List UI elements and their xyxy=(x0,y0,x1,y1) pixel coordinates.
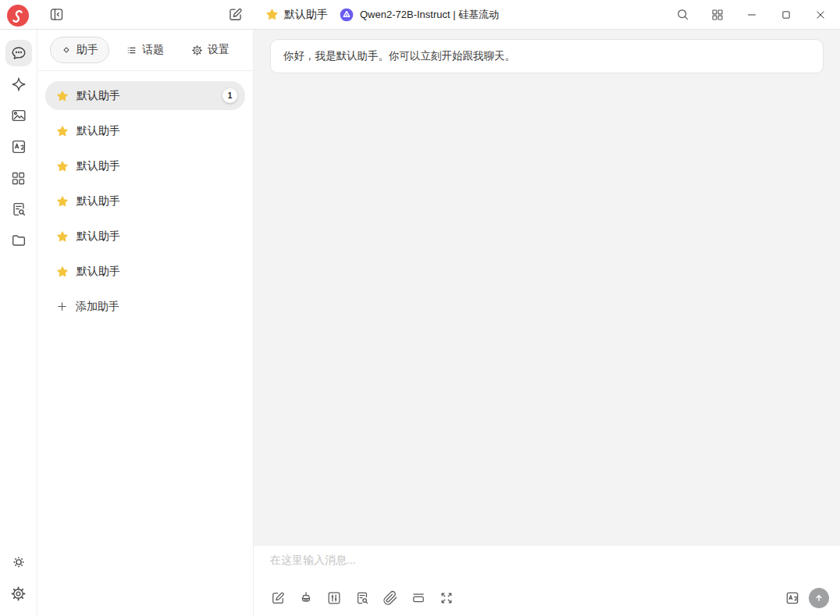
tab-topics-label: 话题 xyxy=(142,43,164,57)
clear-context-button[interactable] xyxy=(411,590,426,606)
titlebar: 默认助手 Qwen2-72B-Instruct | 硅基流动 xyxy=(0,0,840,30)
list-icon xyxy=(126,45,137,56)
expand-icon xyxy=(439,590,454,606)
model-label: Qwen2-72B-Instruct | 硅基流动 xyxy=(360,8,499,22)
assistant-item-label: 默认助手 xyxy=(77,265,120,279)
titlebar-center: 默认助手 Qwen2-72B-Instruct | 硅基流动 xyxy=(265,7,499,23)
input-tools-right xyxy=(785,588,829,608)
assistant-item[interactable]: 默认助手 xyxy=(45,151,245,180)
attach-file-button[interactable] xyxy=(383,590,398,606)
grid-icon xyxy=(710,8,724,22)
star-icon xyxy=(56,90,69,102)
star-icon xyxy=(56,230,69,243)
knowledge-base-button[interactable] xyxy=(354,590,370,606)
sliders-icon xyxy=(326,590,342,606)
nav-files-button[interactable] xyxy=(5,227,32,254)
assistant-item[interactable]: 默认助手 xyxy=(45,222,245,251)
nav-chat-button[interactable] xyxy=(5,40,32,66)
gear-icon xyxy=(191,45,203,56)
translate-icon xyxy=(10,138,27,155)
nav-knowledge-button[interactable] xyxy=(5,196,32,223)
diamond-icon xyxy=(61,45,72,55)
new-topic-tool-button[interactable] xyxy=(270,590,286,606)
current-assistant[interactable]: 默认助手 xyxy=(265,8,328,22)
file-search-icon xyxy=(354,590,370,606)
titlebar-right xyxy=(675,7,840,22)
minimize-icon xyxy=(745,8,759,22)
arrow-up-icon xyxy=(813,592,825,604)
tab-settings-label: 设置 xyxy=(208,43,230,57)
paperclip-icon xyxy=(383,590,398,606)
tab-assistants-label: 助手 xyxy=(77,43,98,57)
add-assistant-label: 添加助手 xyxy=(76,300,119,314)
tab-assistants[interactable]: 助手 xyxy=(50,37,109,63)
apps-grid-icon xyxy=(10,170,27,187)
greeting-wrap: 你好，我是默认助手。你可以立刻开始跟我聊天。 xyxy=(254,30,840,73)
clear-context-icon xyxy=(411,590,426,606)
model-selector[interactable]: Qwen2-72B-Instruct | 硅基流动 xyxy=(339,7,499,23)
nav-paintings-button[interactable] xyxy=(5,102,32,129)
assistant-item[interactable]: 默认助手 xyxy=(45,187,245,215)
chat-main: 你好，我是默认助手。你可以立刻开始跟我聊天。 xyxy=(254,30,840,616)
star-icon xyxy=(56,265,69,278)
search-icon xyxy=(675,7,690,22)
nav-translate-button[interactable] xyxy=(5,134,32,160)
search-button[interactable] xyxy=(675,7,690,22)
assistant-item-label: 默认助手 xyxy=(77,124,120,138)
star-icon xyxy=(56,195,69,208)
file-search-icon xyxy=(10,201,27,218)
window-minimize-button[interactable] xyxy=(745,8,759,22)
add-assistant-button[interactable]: 添加助手 xyxy=(45,292,245,321)
image-icon xyxy=(10,107,27,124)
translate-input-button[interactable] xyxy=(785,590,800,606)
panel-tabs: 助手 话题 设置 xyxy=(37,30,253,71)
mini-apps-button[interactable] xyxy=(710,8,724,22)
close-icon xyxy=(813,8,828,22)
star-icon xyxy=(56,160,69,173)
assistant-item-label: 默认助手 xyxy=(77,230,120,244)
nav-agents-button[interactable] xyxy=(5,71,32,98)
new-topic-button[interactable] xyxy=(227,6,244,23)
assistant-item-selected[interactable]: 默认助手 1 xyxy=(45,81,245,110)
star-icon xyxy=(56,125,69,137)
input-tools-left xyxy=(270,590,454,606)
sparkle-icon xyxy=(10,76,27,93)
assistant-greeting-message: 你好，我是默认助手。你可以立刻开始跟我聊天。 xyxy=(270,39,824,73)
model-provider-icon xyxy=(339,7,354,23)
maximize-icon xyxy=(779,8,793,22)
settings-button[interactable] xyxy=(5,580,32,607)
plus-icon xyxy=(56,301,68,312)
current-assistant-label: 默认助手 xyxy=(284,8,328,22)
translate-icon xyxy=(785,590,800,606)
edit-square-icon xyxy=(270,590,286,606)
input-toolbar xyxy=(270,588,829,608)
star-icon xyxy=(265,8,279,21)
message-input[interactable] xyxy=(270,554,829,585)
assistant-item-label: 默认助手 xyxy=(77,89,120,103)
chat-settings-button[interactable] xyxy=(326,590,342,606)
assistants-panel: 助手 话题 设置 xyxy=(37,30,254,616)
assistant-item[interactable]: 默认助手 xyxy=(45,257,245,286)
app-logo-icon xyxy=(5,2,30,27)
tab-settings[interactable]: 设置 xyxy=(180,37,240,63)
message-area xyxy=(254,73,840,546)
clear-messages-button[interactable] xyxy=(298,590,314,606)
navigation-rail xyxy=(0,30,37,616)
sidebar-collapse-button[interactable] xyxy=(48,6,65,23)
broom-icon xyxy=(298,590,314,606)
theme-sun-icon xyxy=(10,554,27,571)
window-maximize-button[interactable] xyxy=(779,8,793,22)
expand-input-button[interactable] xyxy=(439,590,454,606)
window-close-button[interactable] xyxy=(813,8,828,22)
tab-topics[interactable]: 话题 xyxy=(115,37,175,63)
titlebar-left xyxy=(0,0,254,29)
app-body: 助手 话题 设置 xyxy=(0,30,840,616)
theme-toggle-button[interactable] xyxy=(5,549,32,575)
message-inputbar xyxy=(254,546,840,616)
assistant-item[interactable]: 默认助手 xyxy=(45,116,245,145)
nav-miniapps-button[interactable] xyxy=(5,165,32,191)
assistant-item-label: 默认助手 xyxy=(77,159,120,173)
chat-bubble-icon xyxy=(10,45,27,62)
folder-icon xyxy=(10,232,27,249)
send-message-button[interactable] xyxy=(809,588,829,608)
